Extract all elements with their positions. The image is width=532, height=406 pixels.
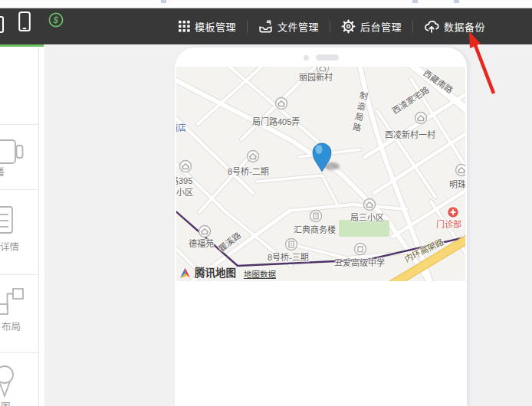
map-label: 五爱高级中学 [334,256,385,268]
clinic-poi-icon [448,207,459,218]
map-label: 德福苑 [189,237,214,249]
sidebar-item-carousel[interactable] [0,140,38,189]
phone-speaker [175,52,467,63]
gear-icon [341,19,356,34]
link-badge-icon[interactable] [48,12,64,31]
sidebar: 播 详情 布局 图 [0,47,44,406]
menu-label: 模板管理 [195,19,236,34]
menu-item-file-manage[interactable]: 文件管理 [258,19,319,34]
map-label: 汇典商务楼 [294,223,336,235]
browser-edge-strip [0,0,532,8]
menu-label: 后台管理 [360,19,402,34]
phone-camera-dot [304,55,309,61]
sidebar-item-label: 布局 [2,319,21,333]
file-manage-icon [258,19,273,34]
map-label: 门诊部 [436,218,461,230]
phone-preview-frame: 丽园新村 西藏南路 制造局路 西凌家宅路 西凌新村一村 局门路405弄 酒店 8… [175,47,467,406]
cloud-upload-icon [424,20,439,34]
menu-label: 数据备份 [444,19,485,34]
grid-icon [179,21,190,32]
topbar: 模板管理 文件管理 [0,8,532,44]
tencent-maps-logo-icon [179,267,192,280]
menu-divider [330,21,330,33]
bookmark-fragment [454,0,459,3]
map-label: 8号桥-二期 [228,165,269,177]
cutoff-desktop-icon [0,16,4,33]
map-label: 路395 [176,174,192,186]
menu-item-template-manage[interactable]: 模板管理 [179,19,236,34]
map-label: 局三小区 [350,211,384,223]
mobile-preview-icon[interactable] [18,11,31,35]
sidebar-item-label: 详情 [0,239,19,254]
menu-item-backend-manage[interactable]: 后台管理 [341,19,402,34]
menu-label: 文件管理 [277,19,319,34]
map-data-link[interactable]: 地图数据 [244,268,276,280]
menu-divider [412,21,413,33]
sidebar-item-label: 播 [0,164,5,178]
bookmark-fragment [161,0,166,3]
menu-item-data-backup[interactable]: 数据备份 [424,19,485,34]
map-label: 小区 [176,185,193,198]
map-label: 明珠家 [449,178,465,190]
tencent-map-canvas[interactable]: 丽园新村 西藏南路 制造局路 西凌家宅路 西凌新村一村 局门路405弄 酒店 8… [176,67,465,281]
map-label: 8号桥-三期 [268,250,309,263]
map-label: 丽园新村 [299,70,333,83]
map-attribution: 腾讯地图 地图数据 [179,264,276,280]
phone-speaker-pill [316,54,339,61]
topbar-menu: 模板管理 文件管理 [179,8,485,44]
bookmark-fragment [412,0,418,3]
sidebar-item-label: 图 [1,398,11,406]
map-brand-label[interactable]: 腾讯地图 [195,264,236,280]
map-label: 西凌新村一村 [385,128,435,140]
map-label: 局门路405弄 [252,115,300,127]
app-screen: 模板管理 文件管理 [0,0,532,406]
menu-divider [247,21,248,33]
map-label: 酒店 [176,121,186,133]
